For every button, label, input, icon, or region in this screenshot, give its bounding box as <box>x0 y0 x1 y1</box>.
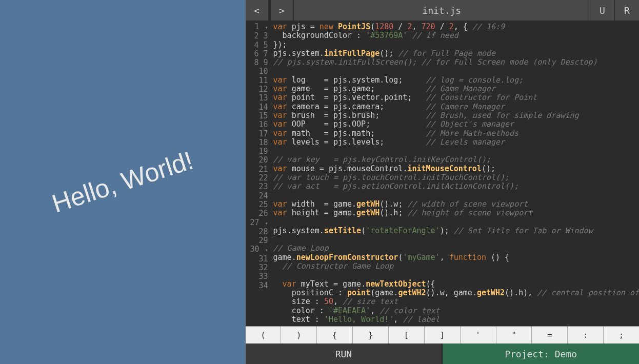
symbol-button[interactable]: " <box>496 327 532 343</box>
project-button[interactable]: Project: Demo <box>442 343 639 364</box>
symbol-button[interactable]: ' <box>461 327 496 343</box>
symbol-button[interactable]: { <box>317 327 353 343</box>
symbol-button[interactable]: ; <box>604 327 639 343</box>
editor-pane: < > init.js U R 1 ▾ 2 3 4 5 6 7 8 9 10 1… <box>246 0 639 364</box>
code-editor[interactable]: 1 ▾ 2 3 4 5 6 7 8 9 10 11 12 13 14 15 16… <box>246 21 639 326</box>
symbol-button[interactable]: = <box>532 327 568 343</box>
line-gutter: 1 ▾ 2 3 4 5 6 7 8 9 10 11 12 13 14 15 16… <box>246 21 272 326</box>
symbol-button[interactable]: ( <box>246 327 282 343</box>
code-content[interactable]: var pjs = new PointJS(1280 / 2, 720 / 2,… <box>272 21 639 326</box>
symbol-toolbar: (){}[]'"=:; <box>246 326 639 343</box>
nav-forward-button[interactable]: > <box>271 0 294 21</box>
undo-button[interactable]: U <box>590 0 614 21</box>
preview-text: Hello, World! <box>49 145 197 218</box>
run-button[interactable]: RUN <box>246 343 442 364</box>
symbol-button[interactable]: } <box>353 327 389 343</box>
symbol-button[interactable]: ) <box>281 327 317 343</box>
nav-back-button[interactable]: < <box>246 0 269 21</box>
game-preview[interactable]: Hello, World! <box>0 0 246 364</box>
footer-bar: RUN Project: Demo <box>246 343 639 364</box>
file-tab[interactable]: init.js <box>294 0 590 21</box>
redo-button[interactable]: R <box>614 0 639 21</box>
symbol-button[interactable]: ] <box>425 327 461 343</box>
symbol-button[interactable]: [ <box>389 327 425 343</box>
symbol-button[interactable]: : <box>568 327 604 343</box>
tab-bar: < > init.js U R <box>246 0 639 21</box>
